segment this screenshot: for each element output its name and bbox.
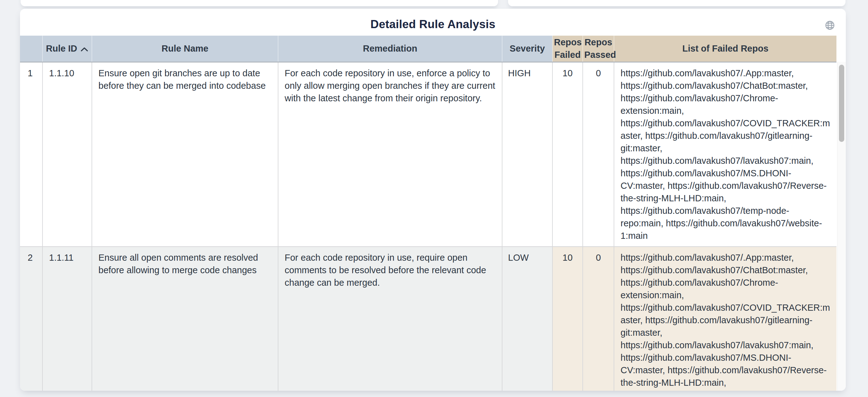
chevron-up-icon <box>80 42 88 55</box>
detailed-rule-analysis-card: Detailed Rule Analysis Rule ID Rule Name <box>20 9 846 391</box>
severity-cell: HIGH <box>502 62 552 247</box>
card-fragment-top-left <box>21 0 498 6</box>
remediation-cell: For each code repository in use, enforce… <box>278 62 502 247</box>
failed-repos-cell: https://github.com/lavakush07/.App:maste… <box>614 62 836 247</box>
card-fragment-top-right <box>508 0 845 6</box>
row-index: 2 <box>20 247 42 391</box>
table-row: 1 1.1.10 Ensure open git branches are up… <box>20 62 836 247</box>
repos-passed-cell: 0 <box>583 247 614 391</box>
repos-failed-cell: 10 <box>552 247 583 391</box>
repos-failed-cell: 10 <box>552 62 583 247</box>
table-row: 2 1.1.11 Ensure all open comments are re… <box>20 247 836 391</box>
rule-id-cell: 1.1.10 <box>42 62 92 247</box>
vertical-scrollbar[interactable] <box>837 62 846 391</box>
rule-name-cell: Ensure open git branches are up to date … <box>92 62 278 247</box>
rule-name-cell: Ensure all open comments are resolved be… <box>92 247 278 391</box>
rule-id-cell: 1.1.11 <box>42 247 92 391</box>
rule-analysis-table: Rule ID Rule Name Remediation Severity R… <box>20 36 836 391</box>
remediation-cell: For each code repository in use, require… <box>278 247 502 391</box>
failed-repos-cell: https://github.com/lavakush07/.App:maste… <box>614 247 836 391</box>
repos-passed-cell: 0 <box>583 62 614 247</box>
globe-icon[interactable] <box>825 20 835 31</box>
severity-cell: LOW <box>502 247 552 391</box>
page-title: Detailed Rule Analysis <box>20 9 846 40</box>
scrollbar-thumb[interactable] <box>839 65 844 142</box>
row-index: 1 <box>20 62 42 247</box>
card-header: Detailed Rule Analysis <box>20 9 846 36</box>
